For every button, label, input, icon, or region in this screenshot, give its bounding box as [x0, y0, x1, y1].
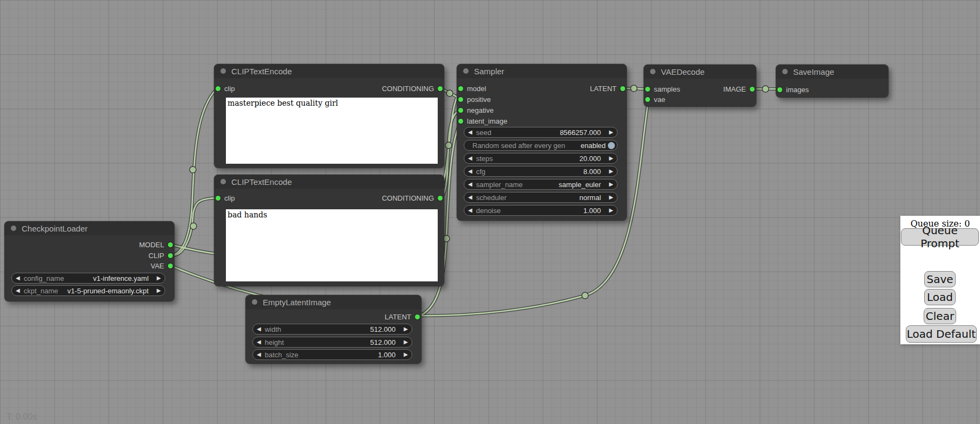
output-dot-icon[interactable] — [168, 253, 173, 258]
input-dot-icon[interactable] — [216, 86, 220, 91]
comfyui-canvas[interactable]: { "icons": { "arrow_left": "◀", "arrow_r… — [0, 0, 980, 424]
collapse-dot-icon[interactable] — [252, 299, 257, 305]
output-port-conditioning[interactable]: CONDITIONING — [382, 83, 443, 94]
input-port-images[interactable]: images — [777, 84, 809, 95]
increment-arrow-icon[interactable]: ▶ — [605, 195, 617, 200]
collapse-dot-icon[interactable] — [650, 69, 656, 74]
widget-steps[interactable]: ◀ steps 20.000 ▶ — [464, 153, 618, 164]
positive-prompt-textarea[interactable]: masterpiece best quality girl — [226, 98, 438, 164]
node-title-bar[interactable]: SaveImage — [776, 65, 888, 79]
node-vae-decode[interactable]: VAEDecode samples vae IMAGE — [644, 65, 756, 107]
widget-config-name[interactable]: ◀ config_name v1-inference.yaml ▶ — [11, 273, 165, 284]
decrement-arrow-icon[interactable]: ◀ — [464, 182, 476, 187]
output-dot-icon[interactable] — [750, 87, 755, 92]
output-port-vae[interactable]: VAE — [151, 260, 173, 271]
node-title-bar[interactable]: CLIPTextEncode — [214, 175, 444, 189]
collapse-dot-icon[interactable] — [782, 69, 788, 74]
input-port-samples[interactable]: samples — [645, 83, 680, 94]
queue-prompt-button[interactable]: Queue Prompt — [901, 228, 979, 246]
node-title-bar[interactable]: EmptyLatentImage — [245, 295, 421, 309]
output-dot-icon[interactable] — [438, 196, 443, 201]
clear-button[interactable]: Clear — [924, 308, 956, 324]
decrement-arrow-icon[interactable]: ◀ — [464, 130, 476, 135]
decrement-arrow-icon[interactable]: ◀ — [464, 169, 476, 174]
decrement-arrow-icon[interactable]: ◀ — [253, 352, 265, 357]
negative-prompt-textarea[interactable]: bad hands — [226, 209, 438, 281]
load-button[interactable]: Load — [924, 289, 956, 305]
collapse-dot-icon[interactable] — [463, 68, 469, 74]
node-title-bar[interactable]: CheckpointLoader — [4, 221, 174, 235]
node-save-image[interactable]: SaveImage images — [776, 65, 888, 98]
output-dot-icon[interactable] — [168, 242, 173, 247]
output-port-image[interactable]: IMAGE — [723, 83, 755, 94]
widget-scheduler[interactable]: ◀ scheduler normal ▶ — [464, 192, 618, 203]
increment-arrow-icon[interactable]: ▶ — [605, 156, 617, 161]
input-dot-icon[interactable] — [458, 108, 463, 113]
increment-arrow-icon[interactable]: ▶ — [153, 288, 165, 293]
input-port-positive[interactable]: positive — [458, 94, 491, 105]
widget-sampler-name[interactable]: ◀ sampler_name sample_euler ▶ — [464, 179, 618, 190]
input-port-negative[interactable]: negative — [458, 105, 494, 115]
widget-label: denoise — [476, 207, 501, 215]
input-dot-icon[interactable] — [645, 87, 650, 92]
port-label: clip — [224, 194, 235, 202]
widget-seed[interactable]: ◀ seed 8566257.000 ▶ — [464, 127, 618, 138]
collapse-dot-icon[interactable] — [220, 68, 226, 74]
node-checkpoint-loader[interactable]: CheckpointLoader MODEL CLIP VAE ◀ config… — [4, 221, 174, 301]
output-port-model[interactable]: MODEL — [139, 239, 173, 250]
output-port-latent[interactable]: LATENT — [590, 83, 625, 94]
node-clip-text-encode-positive[interactable]: CLIPTextEncode clip CONDITIONING masterp… — [214, 64, 444, 168]
output-port-conditioning[interactable]: CONDITIONING — [382, 192, 443, 203]
collapse-dot-icon[interactable] — [220, 179, 226, 184]
decrement-arrow-icon[interactable]: ◀ — [253, 339, 265, 345]
collapse-dot-icon[interactable] — [11, 226, 16, 231]
input-port-model[interactable]: model — [458, 83, 486, 94]
output-port-clip[interactable]: CLIP — [148, 250, 173, 261]
node-empty-latent-image[interactable]: EmptyLatentImage LATENT ◀ width 512.000 … — [245, 295, 421, 364]
output-dot-icon[interactable] — [620, 86, 625, 91]
input-port-clip[interactable]: clip — [216, 192, 235, 203]
widget-height[interactable]: ◀ height 512.000 ▶ — [252, 337, 412, 348]
increment-arrow-icon[interactable]: ▶ — [400, 352, 412, 357]
input-port-vae[interactable]: vae — [645, 94, 665, 105]
node-sampler[interactable]: Sampler model positive negative latent_i… — [457, 64, 627, 221]
node-title-bar[interactable]: VAEDecode — [644, 65, 756, 79]
decrement-arrow-icon[interactable]: ◀ — [464, 195, 476, 200]
output-port-latent[interactable]: LATENT — [385, 311, 420, 322]
input-dot-icon[interactable] — [216, 196, 220, 201]
increment-arrow-icon[interactable]: ▶ — [400, 339, 412, 345]
decrement-arrow-icon[interactable]: ◀ — [464, 156, 476, 161]
widget-width[interactable]: ◀ width 512.000 ▶ — [252, 324, 412, 335]
widget-random-seed-toggle[interactable]: Random seed after every gen enabled — [464, 140, 618, 151]
input-dot-icon[interactable] — [458, 119, 463, 124]
increment-arrow-icon[interactable]: ▶ — [605, 208, 617, 213]
output-dot-icon[interactable] — [438, 86, 443, 91]
widget-ckpt-name[interactable]: ◀ ckpt_name v1-5-pruned-emaonly.ckpt ▶ — [11, 285, 165, 296]
increment-arrow-icon[interactable]: ▶ — [400, 326, 412, 332]
output-dot-icon[interactable] — [415, 314, 420, 319]
increment-arrow-icon[interactable]: ▶ — [605, 182, 617, 187]
input-port-clip[interactable]: clip — [216, 83, 235, 94]
widget-batch-size[interactable]: ◀ batch_size 1.000 ▶ — [252, 349, 412, 360]
input-dot-icon[interactable] — [458, 86, 463, 91]
input-dot-icon[interactable] — [458, 97, 463, 102]
increment-arrow-icon[interactable]: ▶ — [605, 130, 617, 135]
input-dot-icon[interactable] — [645, 97, 650, 102]
increment-arrow-icon[interactable]: ▶ — [153, 275, 165, 281]
widget-cfg[interactable]: ◀ cfg 8.000 ▶ — [464, 166, 618, 177]
widget-denoise[interactable]: ◀ denoise 1.000 ▶ — [464, 205, 618, 216]
input-dot-icon[interactable] — [777, 87, 782, 92]
increment-arrow-icon[interactable]: ▶ — [605, 169, 617, 174]
input-port-latent-image[interactable]: latent_image — [458, 115, 507, 126]
load-default-button[interactable]: Load Default — [906, 325, 977, 343]
decrement-arrow-icon[interactable]: ◀ — [253, 326, 265, 332]
toggle-knob-icon[interactable] — [608, 142, 615, 149]
decrement-arrow-icon[interactable]: ◀ — [464, 208, 476, 213]
node-clip-text-encode-negative[interactable]: CLIPTextEncode clip CONDITIONING bad han… — [214, 175, 444, 286]
decrement-arrow-icon[interactable]: ◀ — [12, 288, 24, 293]
decrement-arrow-icon[interactable]: ◀ — [12, 275, 24, 281]
output-dot-icon[interactable] — [168, 264, 173, 268]
save-button[interactable]: Save — [924, 271, 956, 287]
node-title-bar[interactable]: Sampler — [457, 64, 627, 78]
node-title-bar[interactable]: CLIPTextEncode — [214, 64, 444, 78]
